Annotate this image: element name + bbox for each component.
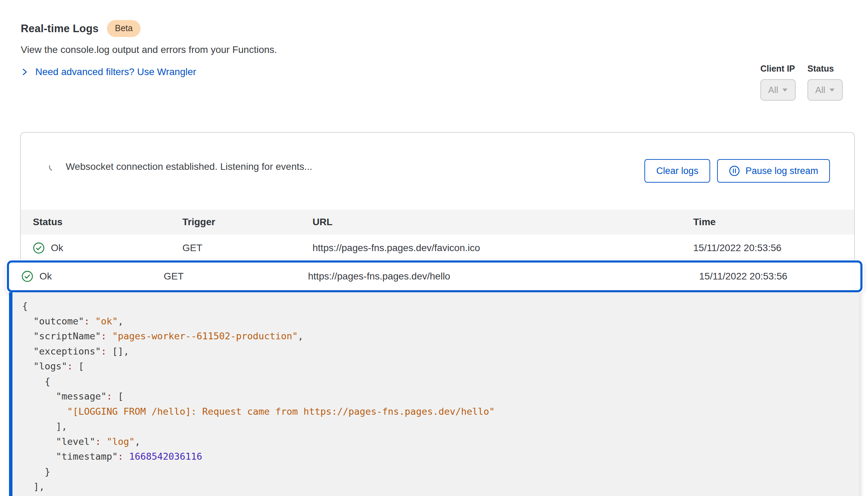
- beta-badge: Beta: [107, 20, 141, 37]
- header-time: Time: [693, 217, 716, 228]
- spinner-icon: [48, 162, 58, 172]
- log-table-header: Status Trigger URL Time: [21, 210, 854, 235]
- check-circle-icon: [33, 242, 45, 254]
- selected-log-row[interactable]: Ok GET https://pages-fns.pages.dev/hello…: [7, 260, 862, 292]
- selected-status-cell: Ok: [21, 270, 52, 282]
- check-circle-icon: [21, 270, 33, 282]
- log-details-code: { "outcome": "ok", "scriptName": "pages-…: [9, 292, 859, 496]
- realtime-logs-page: Real-time Logs Beta View the console.log…: [0, 0, 868, 496]
- chevron-right-icon: [20, 67, 29, 76]
- expanded-log-entry: Ok GET https://pages-fns.pages.dev/hello…: [7, 260, 862, 496]
- header-url: URL: [313, 217, 333, 228]
- caret-down-icon: [829, 88, 835, 92]
- page-subtitle: View the console.log output and errors f…: [21, 44, 277, 55]
- row-trigger: GET: [182, 242, 202, 254]
- table-row[interactable]: Ok GET https://pages-fns.pages.dev/favic…: [21, 235, 854, 261]
- toolbar-buttons: Clear logs Pause log stream: [644, 159, 830, 183]
- client-ip-label: Client IP: [760, 64, 796, 74]
- caret-down-icon: [782, 88, 788, 92]
- clear-logs-label: Clear logs: [656, 166, 698, 176]
- row-status-cell: Ok: [33, 242, 63, 254]
- selected-trigger: GET: [164, 271, 184, 282]
- row-status-text: Ok: [51, 242, 63, 254]
- websocket-status: Websocket connection established. Listen…: [48, 161, 312, 172]
- status-filter: Status All: [807, 64, 843, 101]
- client-ip-dropdown[interactable]: All: [760, 79, 796, 101]
- websocket-status-text: Websocket connection established. Listen…: [66, 161, 312, 172]
- header-status: Status: [33, 217, 63, 228]
- client-ip-value: All: [768, 85, 778, 95]
- clear-logs-button[interactable]: Clear logs: [644, 159, 710, 183]
- row-time: 15/11/2022 20:53:56: [693, 242, 781, 254]
- filters: Client IP All Status All: [760, 64, 843, 101]
- wrangler-link-row[interactable]: Need advanced filters? Use Wrangler: [20, 66, 196, 77]
- pause-icon: [729, 165, 740, 176]
- header-trigger: Trigger: [182, 217, 215, 228]
- status-filter-value: All: [815, 85, 825, 95]
- selected-time: 15/11/2022 20:53:56: [699, 271, 787, 282]
- selected-status-text: Ok: [39, 271, 52, 282]
- pause-log-stream-button[interactable]: Pause log stream: [717, 159, 830, 183]
- status-filter-label: Status: [807, 64, 843, 74]
- status-dropdown[interactable]: All: [807, 79, 843, 101]
- page-header: Real-time Logs Beta: [21, 20, 141, 37]
- pause-log-stream-label: Pause log stream: [745, 166, 818, 176]
- page-title: Real-time Logs: [21, 22, 99, 35]
- log-panel-toolbar: Websocket connection established. Listen…: [21, 133, 854, 210]
- wrangler-link[interactable]: Need advanced filters? Use Wrangler: [35, 66, 196, 77]
- row-url: https://pages-fns.pages.dev/favicon.ico: [313, 242, 480, 254]
- client-ip-filter: Client IP All: [760, 64, 796, 101]
- selected-url: https://pages-fns.pages.dev/hello: [308, 271, 450, 282]
